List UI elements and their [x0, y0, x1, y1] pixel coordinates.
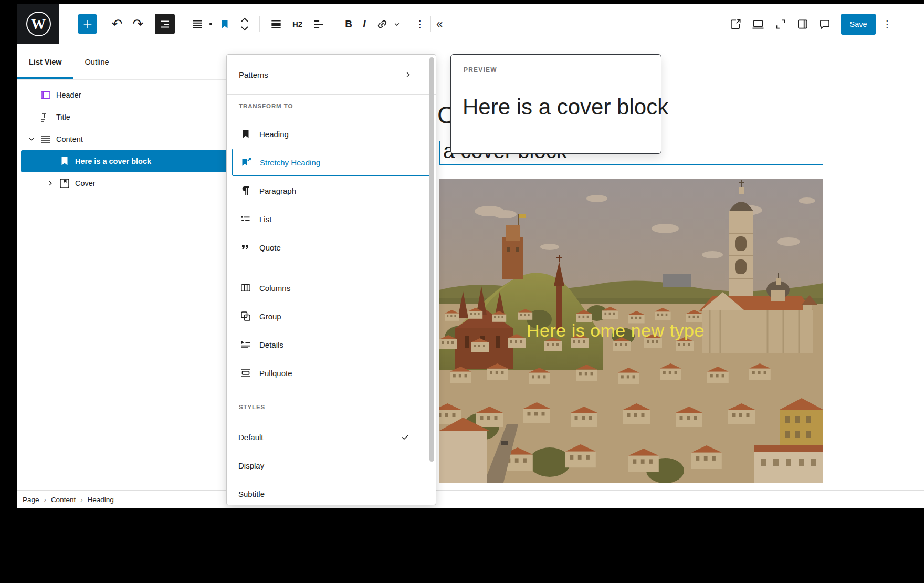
- chevron-down-icon[interactable]: [27, 134, 36, 144]
- list-view-row-cover[interactable]: Cover: [21, 172, 261, 194]
- options-menu-button[interactable]: ⋮: [883, 18, 891, 30]
- breadcrumb-separator: ›: [44, 496, 46, 504]
- bookmark-icon: [218, 18, 231, 30]
- settings-panel-button[interactable]: [796, 17, 810, 31]
- preview-popup: PREVIEW Here is a cover block: [450, 54, 662, 154]
- menu-divider: [227, 266, 436, 266]
- list-view-row-label: Title: [56, 113, 70, 121]
- chevron-right-icon[interactable]: [46, 179, 55, 188]
- list-view-row-content[interactable]: Content: [21, 128, 261, 150]
- preview-label: PREVIEW: [464, 66, 497, 74]
- list-view-row-title[interactable]: Title: [21, 106, 261, 128]
- wordpress-logo: W: [26, 12, 51, 36]
- toolbar-separator: [409, 16, 410, 32]
- group-icon: [239, 310, 252, 322]
- list-view-row-label: Content: [56, 135, 83, 143]
- view-site-icon: [729, 17, 742, 31]
- device-preview-icon: [751, 17, 765, 32]
- menu-item-pullquote[interactable]: Pullquote: [227, 359, 436, 387]
- menu-item-subtitle[interactable]: Subtitle: [227, 480, 436, 505]
- heading-bookmark-icon: [239, 128, 252, 140]
- menu-item-details[interactable]: Details: [227, 330, 436, 359]
- document-overview-button[interactable]: [155, 14, 175, 34]
- block-transform-menu: Patterns TRANSFORM TO HeadingStretchy He…: [226, 54, 436, 505]
- block-options-button[interactable]: ⋮: [416, 18, 424, 30]
- undo-button[interactable]: ↶: [109, 16, 125, 32]
- menu-item-quote[interactable]: Quote: [227, 233, 436, 262]
- transform-item-list-1: HeadingStretchy HeadingParagraphListQuot…: [227, 120, 436, 262]
- view-site-button[interactable]: [729, 17, 742, 31]
- screen: W ↶ ↷ H2 B I: [0, 0, 924, 583]
- tab-outline[interactable]: Outline: [74, 44, 121, 79]
- cover-block[interactable]: Here is ome new type: [439, 179, 823, 483]
- menu-item-paragraph[interactable]: Paragraph: [227, 176, 436, 205]
- check-icon: [400, 432, 411, 442]
- menu-item-display[interactable]: Display: [227, 451, 436, 480]
- document-overview-icon: [159, 18, 171, 30]
- link-button[interactable]: [375, 17, 389, 31]
- bold-button[interactable]: B: [345, 18, 352, 30]
- italic-button[interactable]: I: [361, 18, 368, 30]
- redo-icon: ↷: [133, 16, 144, 32]
- menu-item-patterns[interactable]: Patterns: [227, 62, 436, 87]
- settings-panel-icon: [796, 17, 810, 31]
- menu-item-columns[interactable]: Columns: [227, 274, 436, 302]
- cover-block-text[interactable]: Here is ome new type: [527, 320, 705, 341]
- breadcrumb-item-content[interactable]: Content: [51, 496, 76, 504]
- menu-item-label: Stretchy Heading: [260, 158, 320, 167]
- device-preview-button[interactable]: [751, 17, 765, 32]
- columns-icon: [239, 282, 252, 294]
- menu-item-label: Subtitle: [238, 490, 265, 498]
- toolbar-separator: [259, 16, 260, 32]
- block-switcher-button[interactable]: [218, 18, 231, 30]
- chevron-right-icon: [403, 70, 413, 79]
- text-align-button[interactable]: [312, 17, 326, 31]
- menu-item-label: Quote: [259, 243, 281, 252]
- fullscreen-icon: [774, 17, 788, 31]
- breadcrumb-item-page[interactable]: Page: [23, 496, 39, 504]
- paragraph-icon: [239, 184, 252, 197]
- collapse-toolbar-icon: «: [436, 17, 443, 31]
- bold-icon: B: [345, 18, 352, 30]
- menu-item-list[interactable]: List: [227, 205, 436, 233]
- list-view-row-here-is-a-cover-block[interactable]: Here is a cover block: [21, 150, 261, 172]
- cover-icon: [58, 177, 71, 190]
- add-block-icon: [82, 18, 93, 30]
- menu-item-label: Default: [238, 433, 264, 442]
- toolbar-separator: [430, 16, 431, 32]
- menu-scrollbar[interactable]: [429, 57, 434, 462]
- undo-icon: ↶: [112, 16, 123, 32]
- details-icon: [239, 338, 252, 351]
- fullscreen-button[interactable]: [774, 17, 788, 31]
- comments-button[interactable]: [818, 17, 832, 31]
- quote-icon: [239, 241, 252, 254]
- list-view-row-header[interactable]: Header: [21, 84, 261, 106]
- menu-item-stretchy-heading[interactable]: Stretchy Heading: [232, 149, 430, 176]
- menu-item-label: List: [259, 215, 271, 224]
- bookmark-icon: [58, 155, 71, 168]
- wordpress-menu-button[interactable]: W: [17, 4, 59, 44]
- heading-level-button[interactable]: H2: [292, 19, 302, 28]
- top-toolbar: W ↶ ↷ H2 B I: [17, 4, 924, 44]
- redo-button[interactable]: ↷: [130, 16, 146, 32]
- save-button[interactable]: Save: [841, 14, 876, 35]
- tab-list-view[interactable]: List View: [17, 44, 74, 79]
- add-block-button[interactable]: [78, 14, 97, 34]
- menu-item-default[interactable]: Default: [227, 423, 436, 451]
- pullquote-icon: [239, 367, 252, 379]
- select-content-parent-button[interactable]: [191, 17, 204, 31]
- collapse-toolbar-button[interactable]: «: [436, 17, 443, 31]
- list-view-row-label: Cover: [75, 179, 96, 188]
- stretch-icon: [269, 17, 283, 31]
- breadcrumb-item-heading[interactable]: Heading: [88, 496, 114, 504]
- menu-item-group[interactable]: Group: [227, 302, 436, 330]
- chevron-down-icon: [392, 19, 402, 29]
- drag-handle-dot: [209, 23, 212, 25]
- stretch-toggle-button[interactable]: [269, 17, 283, 31]
- list-view-row-label: Here is a cover block: [75, 157, 151, 165]
- styles-section-label: STYLES: [227, 402, 436, 412]
- menu-item-heading[interactable]: Heading: [227, 120, 436, 148]
- more-rich-text-button[interactable]: [392, 19, 402, 29]
- options-kebab-icon: ⋮: [883, 18, 892, 30]
- move-up-down-button[interactable]: [239, 15, 250, 33]
